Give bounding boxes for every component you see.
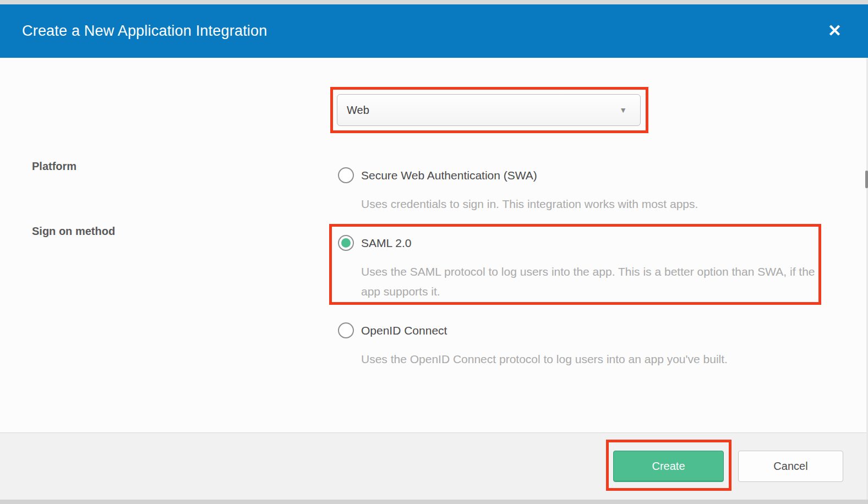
- radio-swa[interactable]: [338, 167, 354, 183]
- sign-on-method-label: Sign on method: [32, 225, 115, 238]
- option-swa: Secure Web Authentication (SWA) Uses cre…: [337, 167, 821, 216]
- page-bottom-strip: [0, 500, 868, 504]
- option-openid-description: Uses the OpenID Connect protocol to log …: [361, 349, 817, 369]
- option-saml-label[interactable]: SAML 2.0: [361, 235, 411, 251]
- option-saml: SAML 2.0 Uses the SAML protocol to log u…: [337, 234, 821, 300]
- option-saml-description: Uses the SAML protocol to log users into…: [361, 262, 817, 302]
- option-swa-description: Uses credentials to sign in. This integr…: [361, 194, 817, 214]
- dialog-footer: Create Cancel: [0, 432, 868, 500]
- cancel-button[interactable]: Cancel: [738, 451, 843, 482]
- platform-select-value: Web: [347, 95, 369, 125]
- radio-openid[interactable]: [338, 322, 354, 338]
- dialog-title: Create a New Application Integration: [22, 4, 267, 58]
- platform-label: Platform: [32, 160, 77, 173]
- radio-saml[interactable]: [338, 235, 354, 251]
- option-openid: OpenID Connect Uses the OpenID Connect p…: [337, 322, 821, 371]
- dialog-header: Create a New Application Integration ✕: [0, 4, 868, 58]
- dialog-body: Platform Web ▼ Sign on method Secure Web…: [0, 58, 868, 432]
- create-button[interactable]: Create: [613, 451, 724, 482]
- create-app-integration-dialog: Create a New Application Integration ✕ P…: [0, 0, 868, 504]
- scrollbar-thumb[interactable]: [865, 171, 868, 188]
- chevron-down-icon: ▼: [619, 95, 627, 125]
- option-swa-label[interactable]: Secure Web Authentication (SWA): [361, 168, 537, 183]
- close-icon[interactable]: ✕: [826, 4, 844, 58]
- page-top-strip: [0, 0, 868, 4]
- platform-select[interactable]: Web ▼: [337, 94, 641, 126]
- option-openid-label[interactable]: OpenID Connect: [361, 323, 447, 338]
